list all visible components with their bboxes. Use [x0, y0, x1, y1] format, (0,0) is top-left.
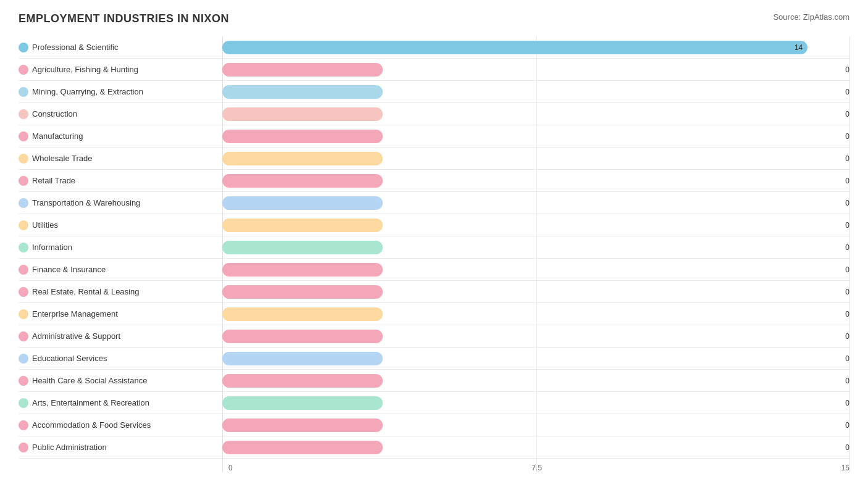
bar-track [222, 196, 837, 210]
bar-fill [222, 285, 383, 299]
industry-name: Information [32, 243, 72, 252]
bar-container: 0 [216, 374, 849, 388]
bar-value: 0 [845, 243, 849, 252]
bar-value: 0 [845, 177, 849, 185]
bar-value: 14 [795, 43, 803, 52]
table-row: Administrative & Support0 [19, 325, 849, 348]
table-row: Agriculture, Fishing & Hunting0 [19, 59, 849, 81]
bar-color-dot [19, 87, 28, 97]
bar-label: Finance & Insurance [19, 265, 216, 275]
industry-name: Educational Services [32, 354, 107, 363]
bar-value: 0 [845, 288, 849, 296]
x-axis-labels: 0 7.5 15 [228, 464, 849, 472]
bar-track [222, 152, 837, 165]
bar-value: 0 [845, 199, 849, 207]
bars-container: Professional & Scientific14Agriculture, … [19, 36, 849, 459]
industry-name: Utilities [32, 220, 58, 230]
bar-fill [222, 441, 383, 454]
bar-fill [222, 63, 383, 77]
bar-fill [222, 196, 383, 210]
bar-container: 0 [216, 107, 849, 121]
bar-container: 0 [216, 174, 849, 188]
bar-color-dot [19, 420, 28, 430]
industry-name: Construction [32, 109, 77, 119]
bar-track [222, 419, 837, 432]
x-label-0: 0 [228, 464, 233, 472]
bar-label: Arts, Entertainment & Recreation [19, 398, 216, 408]
bar-track [222, 330, 837, 343]
bar-fill [222, 352, 383, 365]
bar-container: 0 [216, 307, 849, 321]
bar-label: Agriculture, Fishing & Hunting [19, 65, 216, 75]
industry-name: Wholesale Trade [32, 154, 93, 163]
industry-name: Real Estate, Rental & Leasing [32, 287, 139, 296]
bar-label: Mining, Quarrying, & Extraction [19, 87, 216, 97]
bar-color-dot [19, 65, 28, 75]
bar-fill [222, 152, 383, 165]
bar-label: Educational Services [19, 354, 216, 364]
bar-value: 0 [845, 221, 849, 230]
bar-track [222, 241, 837, 254]
bar-value: 0 [845, 65, 849, 74]
table-row: Wholesale Trade0 [19, 148, 849, 170]
bar-container: 0 [216, 352, 849, 365]
bar-color-dot [19, 176, 28, 186]
bar-color-dot [19, 398, 28, 408]
bar-label: Real Estate, Rental & Leasing [19, 287, 216, 297]
bar-track [222, 307, 837, 321]
bar-color-dot [19, 198, 28, 208]
bar-track [222, 130, 837, 143]
bar-fill [222, 241, 383, 254]
bar-track: 14 [222, 41, 849, 54]
bar-fill [222, 374, 383, 388]
table-row: Arts, Entertainment & Recreation0 [19, 392, 849, 414]
bar-container: 0 [216, 330, 849, 343]
bar-fill: 14 [222, 41, 807, 54]
table-row: Finance & Insurance0 [19, 259, 849, 281]
chart-header: EMPLOYMENT INDUSTRIES IN NIXON Source: Z… [19, 12, 849, 25]
bar-container: 0 [216, 130, 849, 143]
grid-line-max [849, 36, 850, 472]
industry-name: Agriculture, Fishing & Hunting [32, 65, 138, 74]
bar-fill [222, 307, 383, 321]
industry-name: Professional & Scientific [32, 43, 118, 52]
table-row: Transportation & Warehousing0 [19, 192, 849, 214]
chart-body: Professional & Scientific14Agriculture, … [19, 36, 849, 472]
bar-container: 0 [216, 196, 849, 210]
industry-name: Mining, Quarrying, & Extraction [32, 87, 143, 96]
table-row: Health Care & Social Assistance0 [19, 370, 849, 392]
x-axis: 0 7.5 15 [222, 459, 849, 472]
bar-container: 0 [216, 285, 849, 299]
bar-value: 0 [845, 154, 849, 163]
bar-label: Information [19, 243, 216, 252]
bar-track [222, 85, 837, 99]
table-row: Real Estate, Rental & Leasing0 [19, 281, 849, 303]
bar-track [222, 396, 837, 410]
bar-color-dot [19, 154, 28, 164]
bar-track [222, 441, 837, 454]
bar-value: 0 [845, 443, 849, 452]
bar-color-dot [19, 331, 28, 341]
bar-track [222, 219, 837, 232]
bar-track [222, 174, 837, 188]
bar-container: 0 [216, 419, 849, 432]
bar-label: Public Administration [19, 443, 216, 452]
industry-name: Transportation & Warehousing [32, 198, 140, 207]
bar-label: Health Care & Social Assistance [19, 376, 216, 386]
industry-name: Arts, Entertainment & Recreation [32, 398, 149, 407]
bar-label: Administrative & Support [19, 331, 216, 341]
bar-value: 0 [845, 354, 849, 363]
bar-container: 0 [216, 63, 849, 77]
bar-container: 0 [216, 441, 849, 454]
bar-color-dot [19, 220, 28, 230]
bar-value: 0 [845, 332, 849, 341]
bar-label: Professional & Scientific [19, 43, 216, 52]
table-row: Information0 [19, 236, 849, 259]
bar-color-dot [19, 265, 28, 275]
bar-color-dot [19, 131, 28, 141]
bar-container: 0 [216, 152, 849, 165]
table-row: Utilities0 [19, 214, 849, 236]
table-row: Enterprise Management0 [19, 303, 849, 325]
bar-track [222, 63, 837, 77]
bar-value: 0 [845, 265, 849, 274]
